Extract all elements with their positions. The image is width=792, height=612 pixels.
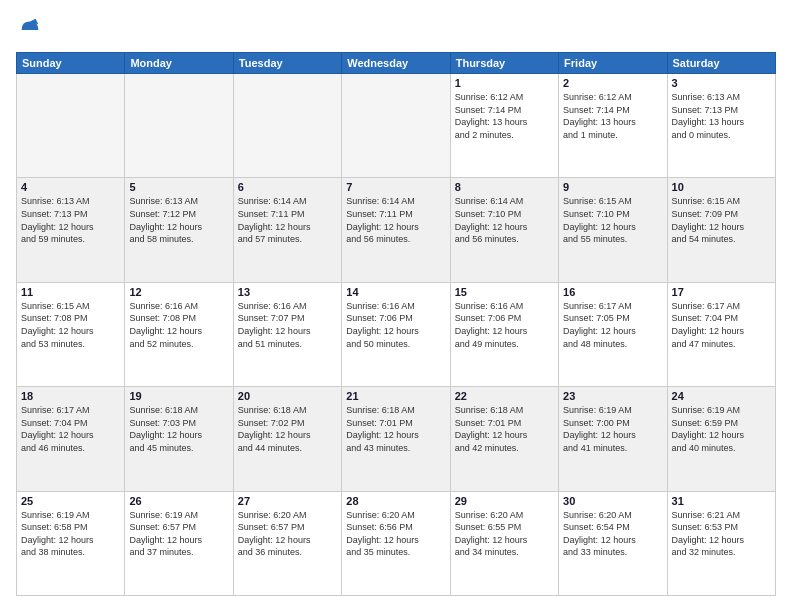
page: SundayMondayTuesdayWednesdayThursdayFrid… (0, 0, 792, 612)
day-info: Sunrise: 6:18 AM Sunset: 7:01 PM Dayligh… (455, 404, 554, 454)
day-info: Sunrise: 6:21 AM Sunset: 6:53 PM Dayligh… (672, 509, 771, 559)
day-cell: 19Sunrise: 6:18 AM Sunset: 7:03 PM Dayli… (125, 387, 233, 491)
day-cell: 3Sunrise: 6:13 AM Sunset: 7:13 PM Daylig… (667, 74, 775, 178)
day-number: 10 (672, 181, 771, 193)
day-cell: 5Sunrise: 6:13 AM Sunset: 7:12 PM Daylig… (125, 178, 233, 282)
day-cell: 25Sunrise: 6:19 AM Sunset: 6:58 PM Dayli… (17, 491, 125, 595)
day-info: Sunrise: 6:12 AM Sunset: 7:14 PM Dayligh… (455, 91, 554, 141)
day-cell: 1Sunrise: 6:12 AM Sunset: 7:14 PM Daylig… (450, 74, 558, 178)
day-info: Sunrise: 6:19 AM Sunset: 7:00 PM Dayligh… (563, 404, 662, 454)
day-cell: 17Sunrise: 6:17 AM Sunset: 7:04 PM Dayli… (667, 282, 775, 386)
day-number: 28 (346, 495, 445, 507)
logo (16, 16, 48, 44)
day-cell: 24Sunrise: 6:19 AM Sunset: 6:59 PM Dayli… (667, 387, 775, 491)
day-number: 8 (455, 181, 554, 193)
day-info: Sunrise: 6:20 AM Sunset: 6:55 PM Dayligh… (455, 509, 554, 559)
day-info: Sunrise: 6:13 AM Sunset: 7:13 PM Dayligh… (672, 91, 771, 141)
week-row-2: 4Sunrise: 6:13 AM Sunset: 7:13 PM Daylig… (17, 178, 776, 282)
day-info: Sunrise: 6:16 AM Sunset: 7:08 PM Dayligh… (129, 300, 228, 350)
day-number: 29 (455, 495, 554, 507)
day-cell: 8Sunrise: 6:14 AM Sunset: 7:10 PM Daylig… (450, 178, 558, 282)
day-info: Sunrise: 6:17 AM Sunset: 7:05 PM Dayligh… (563, 300, 662, 350)
day-number: 26 (129, 495, 228, 507)
day-number: 13 (238, 286, 337, 298)
weekday-saturday: Saturday (667, 53, 775, 74)
day-info: Sunrise: 6:19 AM Sunset: 6:59 PM Dayligh… (672, 404, 771, 454)
day-cell: 11Sunrise: 6:15 AM Sunset: 7:08 PM Dayli… (17, 282, 125, 386)
day-number: 7 (346, 181, 445, 193)
week-row-4: 18Sunrise: 6:17 AM Sunset: 7:04 PM Dayli… (17, 387, 776, 491)
day-cell: 22Sunrise: 6:18 AM Sunset: 7:01 PM Dayli… (450, 387, 558, 491)
day-info: Sunrise: 6:16 AM Sunset: 7:06 PM Dayligh… (346, 300, 445, 350)
day-cell: 26Sunrise: 6:19 AM Sunset: 6:57 PM Dayli… (125, 491, 233, 595)
day-number: 9 (563, 181, 662, 193)
day-cell: 23Sunrise: 6:19 AM Sunset: 7:00 PM Dayli… (559, 387, 667, 491)
day-number: 11 (21, 286, 120, 298)
weekday-thursday: Thursday (450, 53, 558, 74)
day-number: 4 (21, 181, 120, 193)
weekday-tuesday: Tuesday (233, 53, 341, 74)
day-cell: 14Sunrise: 6:16 AM Sunset: 7:06 PM Dayli… (342, 282, 450, 386)
day-cell: 15Sunrise: 6:16 AM Sunset: 7:06 PM Dayli… (450, 282, 558, 386)
day-cell (233, 74, 341, 178)
day-cell: 30Sunrise: 6:20 AM Sunset: 6:54 PM Dayli… (559, 491, 667, 595)
day-info: Sunrise: 6:14 AM Sunset: 7:11 PM Dayligh… (346, 195, 445, 245)
day-number: 16 (563, 286, 662, 298)
day-number: 15 (455, 286, 554, 298)
day-cell: 18Sunrise: 6:17 AM Sunset: 7:04 PM Dayli… (17, 387, 125, 491)
day-number: 30 (563, 495, 662, 507)
calendar: SundayMondayTuesdayWednesdayThursdayFrid… (16, 52, 776, 596)
week-row-1: 1Sunrise: 6:12 AM Sunset: 7:14 PM Daylig… (17, 74, 776, 178)
day-info: Sunrise: 6:13 AM Sunset: 7:12 PM Dayligh… (129, 195, 228, 245)
day-info: Sunrise: 6:18 AM Sunset: 7:03 PM Dayligh… (129, 404, 228, 454)
day-cell: 20Sunrise: 6:18 AM Sunset: 7:02 PM Dayli… (233, 387, 341, 491)
day-number: 17 (672, 286, 771, 298)
day-number: 27 (238, 495, 337, 507)
day-info: Sunrise: 6:15 AM Sunset: 7:09 PM Dayligh… (672, 195, 771, 245)
day-info: Sunrise: 6:19 AM Sunset: 6:58 PM Dayligh… (21, 509, 120, 559)
day-cell: 21Sunrise: 6:18 AM Sunset: 7:01 PM Dayli… (342, 387, 450, 491)
weekday-header-row: SundayMondayTuesdayWednesdayThursdayFrid… (17, 53, 776, 74)
weekday-friday: Friday (559, 53, 667, 74)
day-info: Sunrise: 6:13 AM Sunset: 7:13 PM Dayligh… (21, 195, 120, 245)
day-number: 12 (129, 286, 228, 298)
day-info: Sunrise: 6:20 AM Sunset: 6:57 PM Dayligh… (238, 509, 337, 559)
day-cell: 9Sunrise: 6:15 AM Sunset: 7:10 PM Daylig… (559, 178, 667, 282)
day-number: 14 (346, 286, 445, 298)
day-cell: 29Sunrise: 6:20 AM Sunset: 6:55 PM Dayli… (450, 491, 558, 595)
day-cell: 6Sunrise: 6:14 AM Sunset: 7:11 PM Daylig… (233, 178, 341, 282)
day-info: Sunrise: 6:18 AM Sunset: 7:02 PM Dayligh… (238, 404, 337, 454)
day-info: Sunrise: 6:17 AM Sunset: 7:04 PM Dayligh… (672, 300, 771, 350)
day-cell: 16Sunrise: 6:17 AM Sunset: 7:05 PM Dayli… (559, 282, 667, 386)
day-cell: 2Sunrise: 6:12 AM Sunset: 7:14 PM Daylig… (559, 74, 667, 178)
day-info: Sunrise: 6:16 AM Sunset: 7:07 PM Dayligh… (238, 300, 337, 350)
day-cell: 4Sunrise: 6:13 AM Sunset: 7:13 PM Daylig… (17, 178, 125, 282)
day-info: Sunrise: 6:17 AM Sunset: 7:04 PM Dayligh… (21, 404, 120, 454)
week-row-3: 11Sunrise: 6:15 AM Sunset: 7:08 PM Dayli… (17, 282, 776, 386)
day-cell (17, 74, 125, 178)
day-number: 6 (238, 181, 337, 193)
weekday-sunday: Sunday (17, 53, 125, 74)
day-cell: 31Sunrise: 6:21 AM Sunset: 6:53 PM Dayli… (667, 491, 775, 595)
logo-icon (16, 16, 44, 44)
day-number: 2 (563, 77, 662, 89)
day-info: Sunrise: 6:20 AM Sunset: 6:54 PM Dayligh… (563, 509, 662, 559)
day-cell: 13Sunrise: 6:16 AM Sunset: 7:07 PM Dayli… (233, 282, 341, 386)
day-cell: 28Sunrise: 6:20 AM Sunset: 6:56 PM Dayli… (342, 491, 450, 595)
day-info: Sunrise: 6:19 AM Sunset: 6:57 PM Dayligh… (129, 509, 228, 559)
weekday-monday: Monday (125, 53, 233, 74)
header (16, 16, 776, 44)
weekday-wednesday: Wednesday (342, 53, 450, 74)
day-info: Sunrise: 6:14 AM Sunset: 7:11 PM Dayligh… (238, 195, 337, 245)
day-number: 20 (238, 390, 337, 402)
day-number: 22 (455, 390, 554, 402)
day-number: 24 (672, 390, 771, 402)
day-cell (342, 74, 450, 178)
week-row-5: 25Sunrise: 6:19 AM Sunset: 6:58 PM Dayli… (17, 491, 776, 595)
day-info: Sunrise: 6:20 AM Sunset: 6:56 PM Dayligh… (346, 509, 445, 559)
day-number: 31 (672, 495, 771, 507)
day-number: 1 (455, 77, 554, 89)
day-cell (125, 74, 233, 178)
day-cell: 12Sunrise: 6:16 AM Sunset: 7:08 PM Dayli… (125, 282, 233, 386)
day-number: 5 (129, 181, 228, 193)
